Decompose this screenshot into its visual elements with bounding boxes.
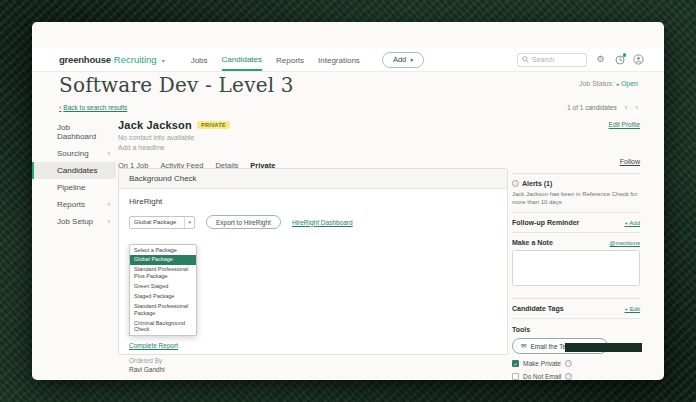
job-status-value[interactable]: ● Open: [616, 80, 638, 87]
next-candidate-icon[interactable]: ›: [635, 103, 638, 112]
sidebar-item-label: Sourcing: [57, 149, 89, 158]
ordered-by-value: Ravi Gandhi: [129, 366, 190, 373]
info-icon: i: [512, 180, 519, 187]
top-navbar: greenhouse Recruiting ▾ Jobs Candidates …: [32, 48, 664, 72]
envelope-icon: ✉: [521, 342, 526, 350]
chevron-down-icon: ▾: [410, 57, 413, 63]
provider-name: HireRight: [129, 197, 497, 206]
chevron-left-icon: ‹: [59, 104, 61, 111]
sidebar-item[interactable]: Sourcing ›: [32, 145, 116, 162]
do-not-email-row: Do Not Email ?: [512, 373, 640, 380]
navbar-right-cluster: ⚙: [517, 53, 644, 67]
package-option[interactable]: Select a Package: [130, 245, 196, 255]
sidebar-item-label: Pipeline: [57, 183, 85, 192]
help-icon: ?: [565, 373, 572, 380]
logo-product-name: Recruiting: [114, 54, 157, 65]
nav-link[interactable]: Candidates: [222, 49, 262, 71]
follow-link[interactable]: Follow: [620, 158, 640, 165]
job-status: Job Status: ● Open: [579, 80, 638, 87]
pagination-label: 1 of 1 candidates: [567, 104, 617, 111]
candidate-pagination: 1 of 1 candidates ‹ ›: [567, 103, 638, 112]
settings-gear-icon[interactable]: ⚙: [595, 54, 606, 65]
add-reminder-link[interactable]: + Add: [624, 220, 640, 226]
ordered-at-label: Ordered At: [129, 379, 190, 381]
job-header: Software Dev - Level 3 Job Status: ● Ope…: [59, 73, 638, 97]
note-title: Make a Note: [512, 239, 553, 246]
contact-info-text: No contact info available: [118, 134, 640, 141]
sidebar-item-label: Job Setup: [57, 217, 93, 226]
prev-candidate-icon[interactable]: ‹: [625, 103, 628, 112]
sidebar-item[interactable]: Job Setup ›: [32, 213, 116, 230]
search-box[interactable]: [517, 53, 587, 67]
do-not-email-checkbox[interactable]: [512, 373, 519, 380]
sidebar-item-label: Reports: [57, 200, 85, 209]
app-window: greenhouse Recruiting ▾ Jobs Candidates …: [32, 22, 664, 380]
nav-link[interactable]: Integrations: [318, 50, 360, 70]
alerts-title: Alerts (1): [522, 180, 552, 187]
checkmark-icon: ✓: [513, 361, 517, 367]
followup-title: Follow-up Reminder: [512, 219, 579, 226]
sidebar-item[interactable]: Reports ›: [32, 196, 116, 213]
chevron-right-icon: ›: [108, 201, 110, 208]
make-private-row: ✓ Make Private ?: [512, 360, 640, 367]
chevron-down-icon: ▾: [184, 217, 194, 228]
chevron-right-icon: ›: [108, 218, 110, 225]
export-to-hireright-button[interactable]: Export to HireRight: [206, 215, 281, 229]
back-to-search-link[interactable]: ‹Back to search results: [59, 104, 127, 111]
follow-row: Follow: [512, 150, 640, 174]
edit-profile-link[interactable]: Edit Profile: [609, 121, 640, 128]
background-check-body: HireRight Global Package ▾ Export to Hir…: [119, 189, 507, 237]
nav-link[interactable]: Reports: [276, 50, 304, 70]
search-icon: [522, 56, 529, 63]
page-title: Software Dev - Level 3: [59, 73, 294, 97]
section-header: Background Check: [119, 169, 507, 189]
package-select[interactable]: Global Package ▾: [129, 216, 195, 229]
complete-report-link[interactable]: Complete Report: [129, 342, 178, 349]
package-option[interactable]: Global Package: [130, 255, 196, 265]
package-option[interactable]: Criminal Background Check: [130, 318, 196, 335]
sidebar-item[interactable]: Candidates ›: [32, 162, 116, 179]
mentions-link[interactable]: @mentions: [610, 240, 640, 246]
search-input[interactable]: [532, 56, 582, 63]
do-not-email-label: Do Not Email: [523, 373, 561, 380]
job-sidebar: Job Dashboard › Sourcing › Candidates › …: [32, 119, 116, 230]
notification-dot: [623, 53, 627, 57]
make-private-checkbox[interactable]: ✓: [512, 360, 519, 367]
edit-tags-link[interactable]: + Edit: [624, 306, 640, 312]
background-check-card: Background Check HireRight Global Packag…: [118, 168, 508, 355]
help-icon: ?: [565, 360, 572, 367]
chevron-down-icon: ▾: [162, 57, 165, 64]
package-select-value: Global Package: [134, 219, 176, 225]
note-textarea[interactable]: [512, 250, 640, 286]
candidate-name: Jack Jackson: [118, 119, 192, 131]
ordered-by-label: Ordered By: [129, 357, 190, 364]
greenhouse-logo[interactable]: greenhouse Recruiting ▾: [59, 54, 165, 65]
job-status-label: Job Status:: [579, 80, 614, 87]
candidate-name-row: Jack Jackson PRIVATE: [118, 119, 640, 131]
candidate-tags-section: Candidate Tags + Edit: [512, 299, 640, 319]
make-private-label: Make Private: [523, 360, 561, 367]
progress-clock-icon[interactable]: [614, 54, 625, 65]
breadcrumb-row: ‹Back to search results 1 of 1 candidate…: [59, 103, 638, 112]
package-dropdown-menu: Select a Package Global Package Standard…: [129, 244, 197, 336]
logo-wordmark: greenhouse: [59, 54, 111, 65]
package-option[interactable]: Standard Professional Plus Package: [130, 265, 196, 282]
sidebar-item[interactable]: Pipeline ›: [32, 179, 116, 196]
private-badge: PRIVATE: [197, 121, 230, 129]
make-note-section: Make a Note @mentions: [512, 233, 640, 299]
package-option[interactable]: Staged Package: [130, 291, 196, 301]
add-button[interactable]: Add ▾: [382, 52, 424, 68]
tools-title: Tools: [512, 326, 640, 333]
hireright-dashboard-link[interactable]: HireRight Dashboard: [292, 219, 353, 226]
package-option[interactable]: Green Staged: [130, 282, 196, 292]
sidebar-item[interactable]: Job Dashboard ›: [32, 119, 116, 145]
tags-title: Candidate Tags: [512, 305, 564, 312]
chevron-right-icon: ›: [108, 150, 110, 157]
nav-link[interactable]: Jobs: [191, 50, 208, 70]
user-avatar-icon[interactable]: [633, 54, 644, 65]
add-button-label: Add: [393, 55, 406, 64]
background-check-controls: Global Package ▾ Export to HireRight Hir…: [129, 215, 497, 229]
alerts-section: i Alerts (1) Jack Jackson has been in Re…: [512, 174, 640, 213]
package-option[interactable]: Standard Professional Package: [130, 301, 196, 318]
status-dot-icon: ●: [616, 81, 619, 87]
